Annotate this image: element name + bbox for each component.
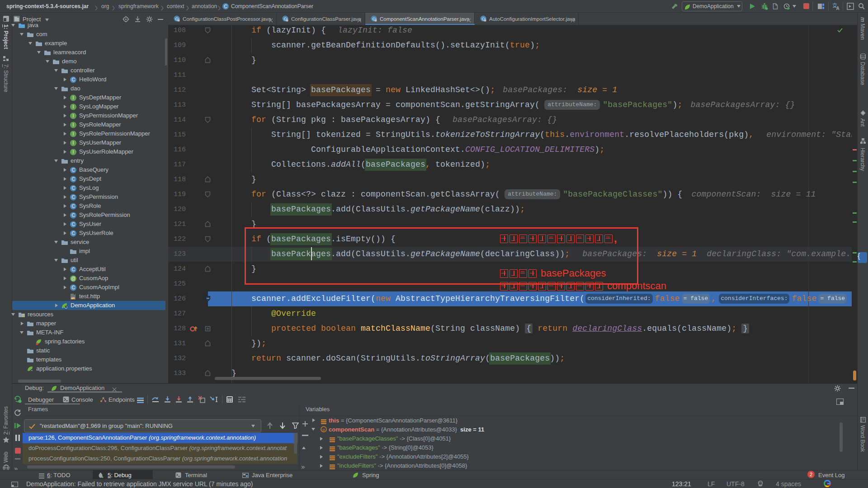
svg-text:A: A [836,6,840,11]
svg-text:C: C [71,177,75,182]
svg-text:C: C [71,213,75,218]
svg-text:@: @ [71,276,75,281]
svg-text:p: p [322,427,325,432]
svg-text:C: C [71,204,75,209]
svg-text:I: I [73,113,74,118]
svg-text:I: I [73,122,74,127]
svg-text:I: I [73,131,74,136]
svg-text:C: C [71,285,75,290]
svg-text:I: I [73,141,74,145]
svg-text:C: C [71,77,75,82]
svg-text:C: C [71,186,75,191]
svg-text:C: C [71,267,75,272]
svg-text:C: C [71,168,75,173]
svg-text:API: API [71,297,75,299]
svg-text:C: C [71,195,75,200]
svg-text:C: C [224,4,227,9]
svg-text:I: I [73,104,74,109]
svg-text:C: C [71,222,75,227]
svg-text:I: I [73,150,74,155]
svg-text:I: I [73,95,74,100]
svg-text:C: C [71,231,75,236]
